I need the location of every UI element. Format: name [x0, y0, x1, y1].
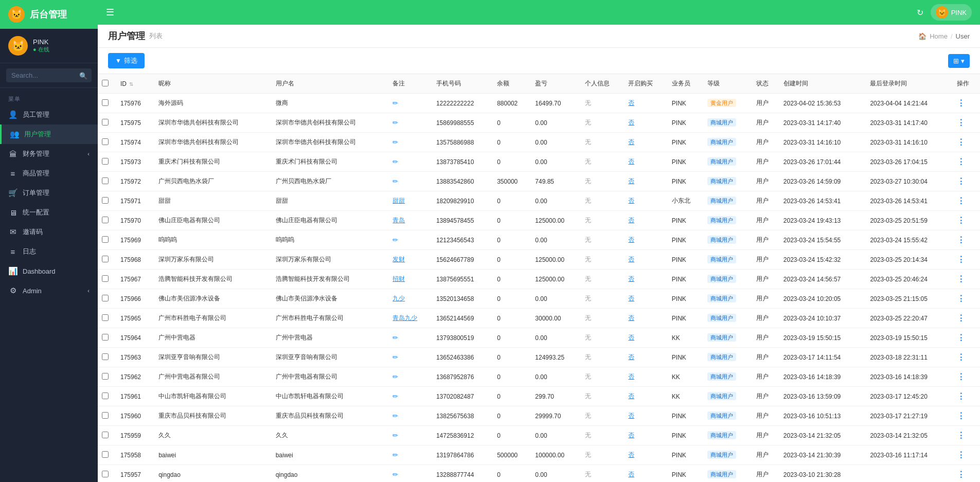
row-checkbox[interactable]	[102, 334, 109, 341]
open-buy-val[interactable]: 否	[628, 412, 634, 419]
action-menu-button[interactable]: ⋮	[957, 431, 965, 440]
sidebar-item-logs[interactable]: ≡ 日志	[0, 242, 98, 261]
row-checkbox[interactable]	[102, 99, 109, 106]
sidebar-item-staff[interactable]: 👤 员工管理	[0, 105, 98, 124]
open-buy-val[interactable]: 否	[628, 392, 634, 400]
remark-edit-icon[interactable]: ✏	[393, 432, 398, 439]
remark-link[interactable]: 招财	[393, 275, 405, 282]
open-buy-val[interactable]: 否	[628, 314, 634, 322]
open-buy-val[interactable]: 否	[628, 217, 634, 224]
remark-edit-icon[interactable]: ✏	[393, 236, 398, 244]
row-checkbox[interactable]	[102, 392, 109, 399]
remark-edit-icon[interactable]: ✏	[393, 119, 398, 127]
action-menu-button[interactable]: ⋮	[957, 138, 965, 147]
columns-button[interactable]: ⊞ ▾	[948, 54, 970, 68]
action-menu-button[interactable]: ⋮	[957, 216, 965, 225]
action-menu-button[interactable]: ⋮	[957, 451, 965, 459]
row-checkbox[interactable]	[102, 451, 109, 458]
remark-edit-icon[interactable]: ✏	[393, 471, 398, 478]
action-menu-button[interactable]: ⋮	[957, 470, 965, 479]
action-menu-button[interactable]: ⋮	[957, 236, 965, 244]
open-buy-val[interactable]: 否	[628, 256, 634, 263]
sidebar-item-dashboard[interactable]: 📊 Dashboard	[0, 261, 98, 281]
open-buy-val[interactable]: 否	[628, 236, 634, 243]
remark-link[interactable]: 九少	[393, 295, 405, 302]
filter-button[interactable]: ▼ 筛选	[108, 53, 145, 68]
sidebar-item-orders[interactable]: 🛒 订单管理	[0, 183, 98, 203]
remark-edit-icon[interactable]: ✏	[393, 392, 398, 400]
row-checkbox[interactable]	[102, 373, 109, 380]
row-checkbox[interactable]	[102, 217, 109, 223]
sidebar-item-finance[interactable]: 🏛 财务管理 ‹	[0, 144, 98, 164]
sidebar-item-invite[interactable]: ✉ 邀请码	[0, 222, 98, 242]
sidebar-item-users[interactable]: 👥 用户管理	[0, 124, 98, 144]
sidebar-item-config[interactable]: 🖥 统一配置	[0, 203, 98, 222]
row-checkbox[interactable]	[102, 275, 109, 282]
open-buy-val[interactable]: 否	[628, 373, 634, 380]
open-buy-val[interactable]: 否	[628, 138, 634, 146]
remark-edit-icon[interactable]: ✏	[393, 412, 398, 420]
action-menu-button[interactable]: ⋮	[957, 118, 965, 127]
action-menu-button[interactable]: ⋮	[957, 294, 965, 303]
sidebar-item-admin[interactable]: ⚙ Admin ‹	[0, 281, 98, 300]
breadcrumb-home[interactable]: Home	[930, 32, 948, 40]
user-badge[interactable]: 🐱 PINK	[931, 4, 972, 21]
open-buy-val[interactable]: 否	[628, 353, 634, 361]
refresh-button[interactable]: ↻	[917, 8, 923, 17]
action-menu-button[interactable]: ⋮	[957, 353, 965, 362]
hamburger-button[interactable]: ☰	[106, 7, 114, 18]
action-menu-button[interactable]: ⋮	[957, 177, 965, 186]
row-checkbox[interactable]	[102, 138, 109, 145]
open-buy-val[interactable]: 否	[628, 451, 634, 458]
sidebar-item-products[interactable]: ≡ 商品管理	[0, 164, 98, 183]
action-menu-button[interactable]: ⋮	[957, 275, 965, 283]
row-checkbox[interactable]	[102, 432, 109, 438]
row-checkbox[interactable]	[102, 256, 109, 262]
open-buy-val[interactable]: 否	[628, 119, 634, 126]
remark-link[interactable]: 青岛九少	[393, 314, 417, 322]
row-checkbox[interactable]	[102, 314, 109, 321]
action-menu-button[interactable]: ⋮	[957, 392, 965, 401]
row-checkbox[interactable]	[102, 177, 109, 184]
action-menu-button[interactable]: ⋮	[957, 372, 965, 381]
remark-edit-icon[interactable]: ✏	[393, 373, 398, 381]
cell-salesperson: 小东北	[668, 191, 703, 211]
action-menu-button[interactable]: ⋮	[957, 99, 965, 108]
open-buy-val[interactable]: 否	[628, 471, 634, 478]
select-all-checkbox[interactable]	[102, 80, 109, 86]
remark-link[interactable]: 发财	[393, 256, 405, 263]
row-checkbox[interactable]	[102, 236, 109, 243]
remark-link[interactable]: 青岛	[393, 217, 405, 224]
row-checkbox[interactable]	[102, 471, 109, 477]
row-checkbox[interactable]	[102, 158, 109, 165]
open-buy-val[interactable]: 否	[628, 197, 634, 204]
cell-id: 175962	[116, 367, 154, 387]
open-buy-val[interactable]: 否	[628, 177, 634, 185]
remark-edit-icon[interactable]: ✏	[393, 334, 398, 342]
remark-edit-icon[interactable]: ✏	[393, 99, 398, 107]
action-menu-button[interactable]: ⋮	[957, 412, 965, 420]
remark-edit-icon[interactable]: ✏	[393, 138, 398, 146]
open-buy-val[interactable]: 否	[628, 295, 634, 302]
remark-edit-icon[interactable]: ✏	[393, 353, 398, 361]
table-container: ID ⇅ 昵称 用户名 备注 手机号码 余额 盈亏 个人信息 开启购买 业务员 …	[98, 74, 980, 482]
open-buy-val[interactable]: 否	[628, 158, 634, 165]
open-buy-val[interactable]: 否	[628, 432, 634, 439]
row-checkbox[interactable]	[102, 295, 109, 301]
action-menu-button[interactable]: ⋮	[957, 197, 965, 205]
action-menu-button[interactable]: ⋮	[957, 157, 965, 166]
row-checkbox[interactable]	[102, 119, 109, 126]
remark-link[interactable]: 甜甜	[393, 197, 405, 204]
remark-edit-icon[interactable]: ✏	[393, 177, 398, 185]
action-menu-button[interactable]: ⋮	[957, 255, 965, 264]
action-menu-button[interactable]: ⋮	[957, 333, 965, 342]
row-checkbox[interactable]	[102, 412, 109, 419]
remark-edit-icon[interactable]: ✏	[393, 158, 398, 166]
row-checkbox[interactable]	[102, 197, 109, 204]
row-checkbox[interactable]	[102, 353, 109, 360]
open-buy-val[interactable]: 否	[628, 99, 634, 106]
action-menu-button[interactable]: ⋮	[957, 314, 965, 323]
open-buy-val[interactable]: 否	[628, 334, 634, 341]
open-buy-val[interactable]: 否	[628, 275, 634, 282]
remark-edit-icon[interactable]: ✏	[393, 451, 398, 459]
